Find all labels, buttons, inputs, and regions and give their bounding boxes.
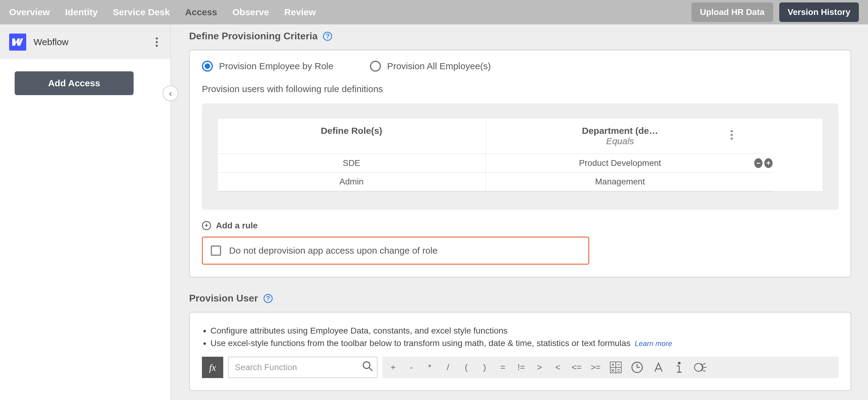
op-lt[interactable]: < (553, 363, 562, 372)
add-access-button[interactable]: Add Access (14, 71, 133, 95)
radio-provision-by-role[interactable]: Provision Employee by Role (202, 61, 333, 72)
datetime-category-icon[interactable] (631, 361, 643, 373)
add-row-icon[interactable]: + (764, 158, 773, 168)
criteria-subhead: Provision users with following rule defi… (202, 84, 838, 94)
no-deprovision-label: Do not deprovision app access upon chang… (229, 245, 438, 256)
svg-point-6 (731, 130, 733, 132)
webflow-logo-icon (9, 34, 26, 51)
svg-point-8 (731, 137, 733, 140)
app-tile[interactable]: Webflow (0, 24, 170, 59)
provision-user-title-text: Provision User (189, 293, 258, 304)
radio-checked-icon (202, 61, 213, 72)
dept-cell[interactable]: Product Development (486, 154, 754, 173)
version-history-button[interactable]: Version History (779, 2, 859, 22)
svg-point-9 (363, 362, 370, 369)
math-category-icon[interactable] (610, 361, 622, 373)
op-plus[interactable]: + (389, 363, 398, 372)
add-rule-label: Add a rule (216, 221, 258, 231)
op-lparen[interactable]: ( (462, 363, 471, 372)
radio-unchecked-icon (370, 61, 381, 72)
tab-overview[interactable]: Overview (9, 0, 50, 24)
app-menu-icon[interactable] (152, 36, 161, 48)
top-nav: Overview Identity Service Desk Access Ob… (0, 0, 868, 24)
op-lte[interactable]: <= (571, 363, 582, 372)
checkbox-unchecked-icon[interactable] (211, 245, 221, 256)
formula-toolbar: + - * / ( ) = != > < <= >= (382, 357, 838, 378)
search-function-input[interactable] (228, 357, 378, 378)
criteria-title-text: Define Provisioning Criteria (189, 31, 317, 42)
tab-service-desk[interactable]: Service Desk (113, 0, 170, 24)
nav-tabs: Overview Identity Service Desk Access Ob… (9, 0, 316, 24)
provision-user-panel: Configure attributes using Employee Data… (189, 312, 851, 391)
svg-point-1 (156, 41, 158, 43)
rules-box: Define Role(s) Department (de… Equals SD… (202, 103, 838, 210)
tab-identity[interactable]: Identity (65, 0, 98, 24)
tab-access[interactable]: Access (185, 0, 217, 24)
rules-table: Define Role(s) Department (de… Equals SD… (217, 118, 823, 192)
svg-point-7 (731, 134, 733, 136)
search-icon[interactable] (362, 361, 373, 374)
add-rule-button[interactable]: + Add a rule (202, 221, 838, 231)
tab-observe[interactable]: Observe (232, 0, 269, 24)
op-not-equals[interactable]: != (517, 363, 526, 372)
provision-user-title: Provision User ? (189, 293, 851, 304)
remove-row-icon[interactable]: − (754, 158, 763, 168)
col-header-roles: Define Role(s) (217, 118, 486, 154)
col-header-department: Department (de… Equals (486, 118, 754, 154)
upload-hr-data-button[interactable]: Upload HR Data (691, 2, 773, 22)
svg-point-25 (678, 362, 680, 364)
row-actions (754, 173, 773, 191)
text-category-icon[interactable] (652, 361, 664, 373)
criteria-panel: Provision Employee by Role Provision All… (189, 50, 851, 277)
collapse-sidebar-button[interactable]: ‹ (162, 86, 179, 101)
learn-more-link[interactable]: Learn more (635, 339, 672, 347)
svg-line-32 (703, 370, 706, 371)
column-menu-icon[interactable] (731, 130, 733, 142)
sidebar: Webflow Add Access ‹ (0, 24, 171, 400)
op-gt[interactable]: > (535, 363, 544, 372)
radio-by-role-label: Provision Employee by Role (219, 61, 333, 71)
svg-line-10 (369, 368, 372, 371)
role-cell[interactable]: Admin (217, 173, 486, 191)
chevron-left-icon: ‹ (169, 88, 172, 98)
criteria-section-title: Define Provisioning Criteria ? (189, 31, 851, 42)
svg-line-30 (703, 363, 706, 364)
help-icon[interactable]: ? (264, 294, 273, 303)
op-rparen[interactable]: ) (480, 363, 489, 372)
radio-all-label: Provision All Employee(s) (387, 61, 491, 71)
svg-point-0 (156, 37, 158, 40)
dept-cell[interactable]: Management (486, 173, 754, 191)
app-name-label: Webflow (34, 37, 69, 47)
plus-circle-icon: + (202, 221, 211, 230)
op-multiply[interactable]: * (425, 363, 434, 372)
info-category-icon[interactable] (674, 361, 685, 373)
tab-review[interactable]: Review (284, 0, 316, 24)
op-minus[interactable]: - (407, 363, 416, 372)
op-gte[interactable]: >= (591, 363, 601, 372)
col-header-operator: Equals (489, 136, 751, 146)
prov-instruction-2: Use excel-style functions from the toolb… (211, 337, 838, 350)
op-equals[interactable]: = (498, 363, 507, 372)
row-actions: − + (754, 154, 773, 173)
misc-category-icon[interactable] (694, 361, 707, 373)
row-actions-header (754, 118, 773, 154)
svg-point-29 (694, 363, 703, 371)
role-cell[interactable]: SDE (217, 154, 486, 173)
main-content: Define Provisioning Criteria ? Provision… (171, 24, 868, 400)
no-deprovision-option[interactable]: Do not deprovision app access upon chang… (202, 237, 589, 265)
help-icon[interactable]: ? (323, 32, 332, 41)
radio-provision-all[interactable]: Provision All Employee(s) (370, 61, 491, 72)
fx-icon[interactable]: fx (202, 357, 223, 378)
col-header-department-text: Department (de… (489, 126, 751, 136)
op-divide[interactable]: / (443, 363, 453, 372)
svg-point-2 (156, 45, 158, 47)
prov-instruction-1: Configure attributes using Employee Data… (211, 325, 838, 337)
